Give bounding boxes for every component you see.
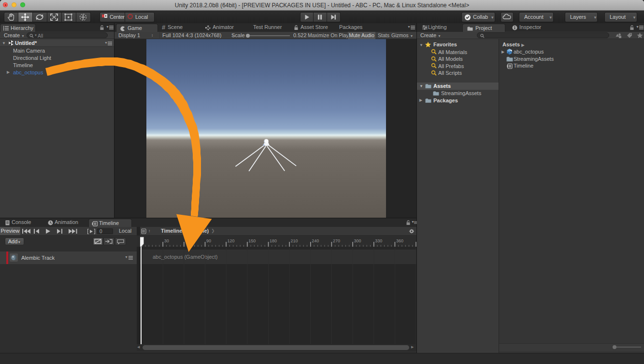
svg-text:300: 300 xyxy=(354,238,361,243)
svg-text:240: 240 xyxy=(312,238,319,243)
svg-text:330: 330 xyxy=(375,238,382,243)
svg-text:210: 210 xyxy=(291,238,298,243)
svg-text:150: 150 xyxy=(248,238,256,243)
svg-text:360: 360 xyxy=(396,238,403,243)
svg-text:120: 120 xyxy=(228,238,235,243)
svg-text:30: 30 xyxy=(164,238,169,243)
svg-text:180: 180 xyxy=(270,238,277,243)
svg-text:60: 60 xyxy=(185,238,190,243)
svg-text:270: 270 xyxy=(333,238,340,243)
svg-text:90: 90 xyxy=(206,238,211,243)
